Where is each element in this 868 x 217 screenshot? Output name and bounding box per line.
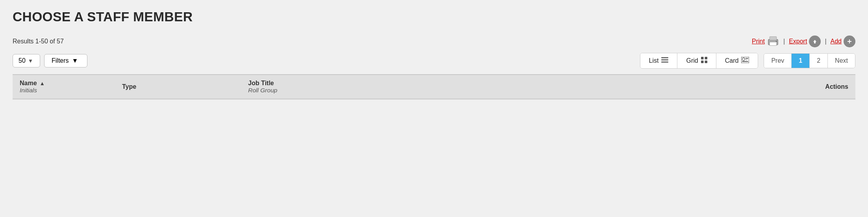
view-pagination-group: List Grid — [640, 53, 855, 69]
add-icon — [844, 36, 855, 47]
th-jobtitle: Job Title Roll Group — [241, 75, 792, 99]
toolbar-row: Results 1-50 of 57 Print | Export — [13, 36, 855, 47]
svg-rect-2 — [770, 42, 777, 46]
th-actions: Actions — [792, 75, 855, 99]
card-view-label: Card — [725, 57, 739, 64]
table-header-row: Name ▲ Initials Type Job Title Roll Grou… — [13, 74, 855, 99]
th-name: Name ▲ Initials — [13, 75, 115, 99]
export-link[interactable]: Export — [789, 36, 821, 47]
filters-arrow: ▼ — [72, 57, 78, 64]
prev-page-button[interactable]: Prev — [764, 54, 792, 68]
next-page-button[interactable]: Next — [828, 54, 855, 68]
jobtitle-header-label: Job Title — [248, 80, 274, 87]
left-controls: 50 ▼ Filters ▼ — [13, 54, 87, 67]
per-page-select[interactable]: 50 ▼ — [13, 54, 40, 67]
list-view-button[interactable]: List — [640, 53, 678, 68]
svg-rect-18 — [742, 61, 748, 62]
view-buttons: List Grid — [640, 53, 759, 69]
svg-rect-3 — [776, 41, 777, 42]
grid-view-button[interactable]: Grid — [677, 53, 716, 68]
svg-rect-13 — [705, 57, 707, 60]
page-2-button[interactable]: 2 — [810, 54, 828, 68]
svg-rect-20 — [746, 60, 747, 60]
svg-rect-1 — [770, 37, 777, 40]
printer-icon — [767, 36, 779, 47]
sort-arrow-icon[interactable]: ▲ — [40, 80, 45, 86]
rollgroup-header-label: Roll Group — [248, 87, 277, 94]
results-count: Results 1-50 of 57 — [13, 38, 64, 45]
svg-rect-10 — [661, 60, 668, 61]
per-page-value: 50 — [19, 57, 26, 64]
svg-rect-14 — [701, 61, 704, 64]
controls-row: 50 ▼ Filters ▼ List — [13, 53, 855, 69]
filters-dropdown[interactable]: Filters ▼ — [44, 54, 87, 67]
list-view-label: List — [649, 57, 659, 64]
svg-point-17 — [742, 58, 745, 61]
grid-view-label: Grid — [686, 57, 698, 64]
th-type: Type — [115, 75, 241, 99]
export-label: Export — [789, 38, 807, 45]
print-link[interactable]: Print — [752, 36, 779, 47]
svg-rect-15 — [705, 61, 707, 64]
name-header-label: Name — [20, 80, 37, 87]
sep2: | — [825, 38, 826, 45]
page-wrapper: CHOOSE A STAFF MEMBER Results 1-50 of 57… — [0, 0, 868, 217]
card-view-button[interactable]: Card — [716, 53, 758, 68]
filters-label: Filters — [52, 57, 69, 64]
add-link[interactable]: Add — [831, 36, 855, 47]
sep1: | — [783, 38, 785, 45]
print-label: Print — [752, 38, 765, 45]
add-label: Add — [831, 38, 842, 45]
per-page-arrow: ▼ — [28, 58, 33, 64]
toolbar-right: Print | Export | — [752, 36, 855, 47]
svg-rect-9 — [661, 57, 668, 58]
pagination-buttons: Prev 1 2 Next — [764, 53, 855, 68]
svg-rect-8 — [848, 41, 851, 42]
list-icon — [661, 57, 668, 64]
initials-header-label: Initials — [20, 87, 37, 94]
svg-rect-12 — [701, 57, 704, 60]
page-title: CHOOSE A STAFF MEMBER — [13, 9, 855, 24]
grid-icon — [701, 57, 707, 65]
page-1-button[interactable]: 1 — [792, 54, 810, 68]
export-icon — [809, 36, 821, 47]
card-icon — [741, 57, 749, 65]
svg-rect-11 — [661, 62, 668, 63]
svg-rect-19 — [746, 58, 748, 59]
